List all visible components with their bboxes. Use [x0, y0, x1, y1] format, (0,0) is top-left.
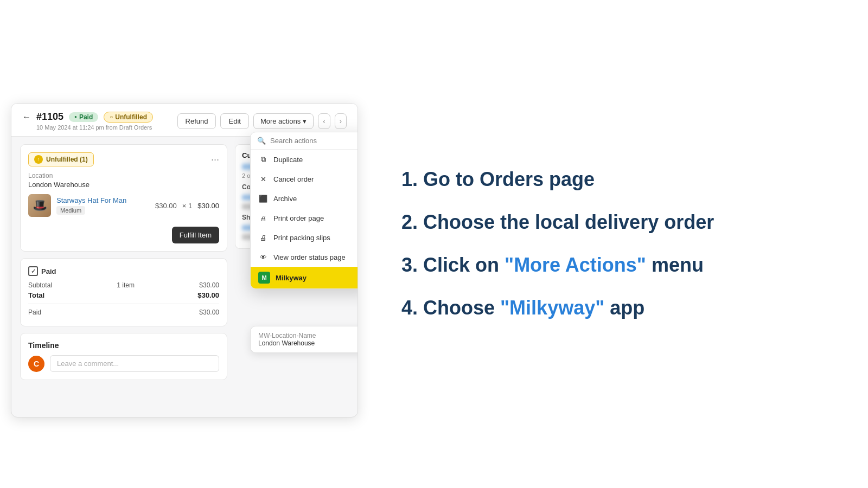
search-bar: 🔍: [251, 132, 358, 150]
location-value: London Warehouse: [28, 181, 219, 189]
total-label: Total: [28, 291, 44, 299]
milkyway-label: Milkyway: [276, 274, 307, 282]
paid-label: Paid: [41, 267, 56, 275]
unfulfilled-label: Unfulfilled (1): [46, 156, 88, 163]
more-actions-label: More actions: [260, 117, 301, 125]
product-name[interactable]: Starways Hat For Man: [56, 196, 150, 204]
step-4-number: 4.: [401, 297, 423, 319]
subtotal-qty: 1 item: [117, 281, 135, 289]
view-status-label: View order status page: [273, 253, 346, 261]
paid-icon: ✓: [28, 266, 38, 276]
step-3-text-highlight: "More Actions": [505, 254, 646, 276]
order-header-right: Refund Edit More actions ▾ ‹ ›: [177, 113, 347, 129]
step-4-text-highlight: "Milkyway": [500, 297, 604, 319]
archive-icon: ⬛: [258, 194, 268, 203]
refund-button[interactable]: Refund: [177, 113, 216, 129]
print-packing-label: Print packing slips: [273, 234, 330, 242]
order-header-left: ← #1105 Paid Unfulfilled 10 May 2024 at …: [22, 111, 153, 131]
instruction-step-4: 4. Choose "Milkyway" app: [401, 296, 825, 321]
hat-icon: 🎩: [33, 198, 47, 213]
step-4-text-after: app: [604, 297, 644, 319]
subtotal-label: Subtotal: [28, 281, 52, 289]
instruction-step-2: 2. Choose the local delivery order: [401, 210, 825, 235]
print-order-icon: 🖨: [258, 213, 268, 223]
left-panel: ← #1105 Paid Unfulfilled 10 May 2024 at …: [0, 0, 369, 488]
dropdown-item-cancel[interactable]: ✕ Cancel order: [251, 169, 358, 189]
step-3-text-before: Click on: [423, 254, 505, 276]
product-price: $30.00: [155, 202, 177, 210]
product-row: 🎩 Starways Hat For Man Medium $30.00 × 1…: [28, 194, 219, 217]
step-3-text-after: menu: [646, 254, 704, 276]
unfulfilled-card: ↑ Unfulfilled (1) ··· Location London Wa…: [20, 144, 227, 252]
paid-section: ✓ Paid Subtotal 1 item $30.00 Total $30.…: [20, 258, 227, 326]
location-card: MW-Location-Name London Warehouse: [250, 326, 358, 353]
total-value: $30.00: [197, 291, 219, 299]
step-2-number: 2.: [401, 211, 423, 233]
search-icon: 🔍: [257, 137, 266, 145]
location-label: Location: [28, 172, 219, 179]
step-1-number: 1.: [401, 168, 423, 190]
paid-badge-section: ✓ Paid: [28, 266, 219, 276]
step-4-text-before: Choose: [423, 297, 500, 319]
fulfill-item-button[interactable]: Fulfill Item: [172, 227, 219, 243]
dropdown-item-archive[interactable]: ⬛ Archive: [251, 189, 358, 208]
duplicate-icon: ⧉: [258, 155, 268, 164]
instructions-panel: 1. Go to Orders page 2. Choose the local…: [369, 134, 868, 353]
paid-row-value: $30.00: [199, 309, 219, 316]
dropdown-item-print-order[interactable]: 🖨 Print order page: [251, 208, 358, 228]
more-actions-button[interactable]: More actions ▾: [253, 113, 314, 129]
search-actions-input[interactable]: [270, 137, 358, 145]
next-nav-button[interactable]: ›: [335, 113, 347, 129]
product-variant: Medium: [56, 206, 85, 215]
back-arrow-icon[interactable]: ←: [22, 112, 31, 122]
cancel-icon: ✕: [258, 174, 268, 184]
unfulfilled-badge: ↑ Unfulfilled (1): [28, 152, 94, 166]
edit-button[interactable]: Edit: [220, 113, 248, 129]
subtotal-value: $30.00: [199, 281, 219, 289]
shopify-window: ← #1105 Paid Unfulfilled 10 May 2024 at …: [11, 103, 358, 418]
comment-input[interactable]: Leave a comment...: [50, 355, 219, 372]
view-status-icon: 👁: [258, 252, 268, 262]
milkyway-icon: M: [258, 272, 270, 284]
product-qty: × 1: [182, 202, 192, 210]
instruction-step-3: 3. Click on "More Actions" menu: [401, 253, 825, 278]
print-order-label: Print order page: [273, 214, 324, 222]
dropdown-item-milkyway[interactable]: M Milkyway: [251, 267, 358, 288]
chevron-down-icon: ▾: [303, 117, 307, 125]
dropdown-item-print-packing[interactable]: 🖨 Print packing slips: [251, 228, 358, 247]
duplicate-label: Duplicate: [273, 156, 303, 164]
subtotal-row: Subtotal 1 item $30.00: [28, 281, 219, 289]
unfulfilled-dots-button[interactable]: ···: [211, 155, 219, 164]
product-info: Starways Hat For Man Medium: [56, 196, 150, 215]
unfulfilled-badge-header: Unfulfilled: [104, 112, 153, 123]
dropdown-item-duplicate[interactable]: ⧉ Duplicate: [251, 150, 358, 169]
unfulfilled-card-header: ↑ Unfulfilled (1) ···: [28, 152, 219, 166]
prev-nav-button[interactable]: ‹: [318, 113, 330, 129]
total-row: Total $30.00: [28, 291, 219, 299]
location-card-label: MW-Location-Name: [258, 332, 358, 339]
unfulfilled-icon: ↑: [34, 155, 43, 164]
timeline-section: Timeline C Leave a comment...: [20, 333, 227, 380]
archive-label: Archive: [273, 195, 297, 203]
step-1-text: Go to Orders page: [423, 168, 595, 190]
cancel-label: Cancel order: [273, 175, 314, 183]
instruction-step-1: 1. Go to Orders page: [401, 167, 825, 192]
paid-row-label: Paid: [28, 309, 41, 316]
timeline-title: Timeline: [28, 341, 219, 350]
comment-row: C Leave a comment...: [28, 355, 219, 372]
paid-row: Paid $30.00: [28, 309, 219, 316]
dropdown-item-view-status[interactable]: 👁 View order status page: [251, 247, 358, 267]
paid-badge: Paid: [69, 112, 98, 122]
product-image: 🎩: [28, 194, 51, 217]
step-3-number: 3.: [401, 254, 423, 276]
product-total: $30.00: [197, 202, 219, 210]
print-packing-icon: 🖨: [258, 233, 268, 242]
location-card-value: London Warehouse: [258, 339, 358, 347]
order-subtitle: 10 May 2024 at 11:24 pm from Draft Order…: [36, 124, 153, 131]
order-number: #1105: [36, 111, 63, 123]
more-actions-dropdown: 🔍 ⧉ Duplicate ✕ Cancel order ⬛ Archive 🖨…: [250, 132, 358, 289]
left-column: ↑ Unfulfilled (1) ··· Location London Wa…: [20, 144, 227, 404]
divider: [28, 304, 219, 304]
step-2-text: Choose the local delivery order: [423, 211, 714, 233]
user-avatar: C: [28, 356, 44, 372]
